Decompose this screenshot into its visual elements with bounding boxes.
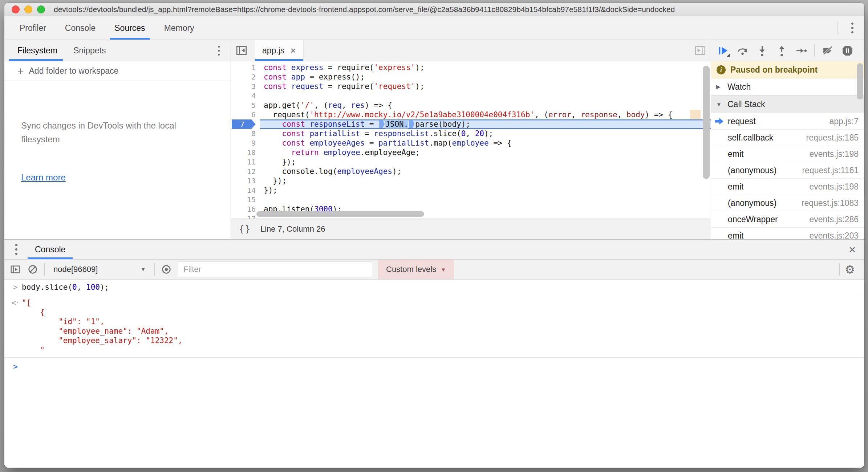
- info-icon: i: [717, 65, 726, 74]
- hide-navigator-icon[interactable]: [235, 44, 248, 57]
- toolbar-divider: [44, 263, 45, 276]
- editor-pane: app.js × 1const express = require('expre…: [231, 40, 711, 239]
- continue-to-marker-icon[interactable]: [409, 120, 414, 128]
- console-prompt[interactable]: >: [4, 358, 864, 374]
- line-number[interactable]: 3: [231, 82, 260, 91]
- minimize-window-button[interactable]: [24, 5, 32, 13]
- navigator-tab-bar: FilesystemSnippets: [4, 40, 231, 61]
- code-text: return employee.employeeAge;: [260, 148, 711, 157]
- continue-to-marker-icon[interactable]: [379, 120, 385, 128]
- learn-more-link[interactable]: Learn more: [21, 172, 66, 183]
- result-string: "[ { "id": "1", "employee_name": "Adam",…: [22, 298, 183, 355]
- main-tab-bar: ProfilerConsoleSourcesMemory: [4, 16, 864, 40]
- line-number[interactable]: 9: [231, 138, 260, 148]
- line-number[interactable]: 17: [231, 214, 260, 219]
- drawer-kebab-icon[interactable]: [12, 241, 20, 258]
- tab-console[interactable]: Console: [63, 16, 97, 40]
- call-stack-frame[interactable]: emitevents.js:198: [711, 179, 864, 195]
- console-settings-gear-icon[interactable]: ⚙: [845, 264, 855, 275]
- cursor-position: Line 7, Column 26: [260, 224, 325, 234]
- call-stack-section-header[interactable]: ▼ Call Stack: [711, 95, 864, 113]
- line-number[interactable]: 10: [231, 148, 260, 157]
- call-stack-frame[interactable]: requestapp.js:7: [711, 113, 864, 130]
- code-line-5: 5app.get('/', (req, res) => {: [231, 101, 711, 110]
- evaluated-expression: body.slice(0, 100);: [22, 282, 109, 292]
- zoom-window-button[interactable]: [37, 5, 45, 13]
- collapsed-triangle-icon: ▶: [716, 84, 722, 90]
- pause-on-exceptions-icon[interactable]: [838, 42, 857, 59]
- editor-horizontal-scrollbar[interactable]: [256, 211, 424, 217]
- close-window-button[interactable]: [12, 5, 20, 13]
- call-stack-frame[interactable]: self.callbackrequest.js:185: [711, 130, 864, 146]
- line-number[interactable]: 8: [231, 129, 260, 138]
- console-messages[interactable]: > body.slice(0, 100); <· "[ { "id": "1",…: [4, 280, 864, 468]
- custom-levels-dropdown[interactable]: Custom levels ▼: [378, 260, 454, 279]
- call-stack-frame[interactable]: (anonymous)request.js:1161: [711, 162, 864, 179]
- line6-edge-marker: [690, 110, 701, 119]
- deactivate-breakpoints-icon[interactable]: [818, 42, 837, 59]
- line-number[interactable]: 13: [231, 176, 260, 186]
- step-out-icon[interactable]: [772, 42, 791, 59]
- add-folder-button[interactable]: + Add folder to workspace: [4, 61, 231, 81]
- watch-section-header[interactable]: ▶ Watch: [711, 78, 864, 95]
- add-folder-label: Add folder to workspace: [29, 66, 119, 76]
- filter-input[interactable]: [178, 261, 372, 277]
- code-line-4: 4: [231, 91, 711, 101]
- code-line-7: 7 const responseList = JSON.parse(body);: [231, 119, 711, 129]
- file-tab-label: app.js: [262, 46, 284, 56]
- tab-profiler[interactable]: Profiler: [18, 16, 48, 40]
- clear-console-icon[interactable]: [27, 264, 38, 275]
- show-console-sidebar-icon[interactable]: [9, 264, 21, 275]
- code-text: [260, 195, 711, 204]
- window-titlebar[interactable]: devtools://devtools/bundled/js_app.html?…: [4, 3, 864, 16]
- navigator-tab-snippets[interactable]: Snippets: [71, 40, 108, 61]
- code-line-14: 14});: [231, 186, 711, 195]
- navigator-tab-filesystem[interactable]: Filesystem: [15, 40, 60, 61]
- devtools-window: devtools://devtools/bundled/js_app.html?…: [4, 3, 864, 468]
- code-line-13: 13 });: [231, 176, 711, 186]
- window-title: devtools://devtools/bundled/js_app.html?…: [54, 5, 857, 14]
- line-number[interactable]: 12: [231, 167, 260, 176]
- tab-memory[interactable]: Memory: [162, 16, 196, 40]
- code-editor[interactable]: 1const express = require('express');2con…: [231, 61, 711, 219]
- sidebar-empty-state: Sync changes in DevTools with the local …: [4, 81, 231, 183]
- desktop-background: devtools://devtools/bundled/js_app.html?…: [0, 0, 868, 472]
- file-tab-appjs[interactable]: app.js ×: [255, 40, 304, 61]
- call-stack-frame[interactable]: onceWrapperevents.js:286: [711, 211, 864, 228]
- pretty-print-icon[interactable]: {}: [239, 224, 251, 234]
- close-drawer-icon[interactable]: ×: [849, 244, 856, 255]
- resume-icon[interactable]: [713, 42, 732, 59]
- line-number[interactable]: 5: [231, 101, 260, 110]
- chevron-down-icon: ▼: [141, 266, 149, 272]
- step-icon[interactable]: [792, 42, 811, 59]
- tab-console-drawer[interactable]: Console: [31, 240, 69, 259]
- execution-context-selector[interactable]: node[96609] ▼: [50, 265, 149, 274]
- line-number[interactable]: 4: [231, 91, 260, 101]
- more-options-kebab-icon[interactable]: [848, 20, 856, 36]
- line-number[interactable]: 6: [231, 110, 260, 119]
- line-number[interactable]: 15: [231, 195, 260, 204]
- tab-sources[interactable]: Sources: [113, 16, 147, 40]
- call-stack-frame[interactable]: (anonymous)request.js:1083: [711, 195, 864, 211]
- step-into-icon[interactable]: [753, 42, 771, 59]
- line-number[interactable]: 2: [231, 72, 260, 82]
- call-stack-frame[interactable]: emitevents.js:198: [711, 146, 864, 162]
- code-line-9: 9 const employeeAges = partialList.map(e…: [231, 138, 711, 148]
- code-text: console.log(employeeAges);: [260, 167, 711, 176]
- line-number[interactable]: 14: [231, 186, 260, 195]
- close-tab-icon[interactable]: ×: [290, 46, 296, 55]
- live-expression-eye-icon[interactable]: [161, 264, 172, 275]
- code-lines: 1const express = require('express');2con…: [231, 63, 711, 219]
- show-debugger-panel-icon[interactable]: [694, 44, 706, 57]
- execution-line-marker[interactable]: 7: [231, 119, 260, 129]
- toolbar-divider: [814, 44, 815, 57]
- line-number[interactable]: 1: [231, 63, 260, 72]
- debugger-sidebar-scrollbar[interactable]: [857, 63, 863, 99]
- navigator-kebab-icon[interactable]: [215, 43, 223, 58]
- line-number[interactable]: 16: [231, 204, 260, 214]
- call-stack-frame[interactable]: emitevents.js:203: [711, 228, 864, 244]
- step-over-icon[interactable]: [733, 42, 752, 59]
- editor-vertical-scrollbar[interactable]: [703, 66, 710, 179]
- context-label: node[96609]: [53, 265, 98, 274]
- line-number[interactable]: 11: [231, 157, 260, 167]
